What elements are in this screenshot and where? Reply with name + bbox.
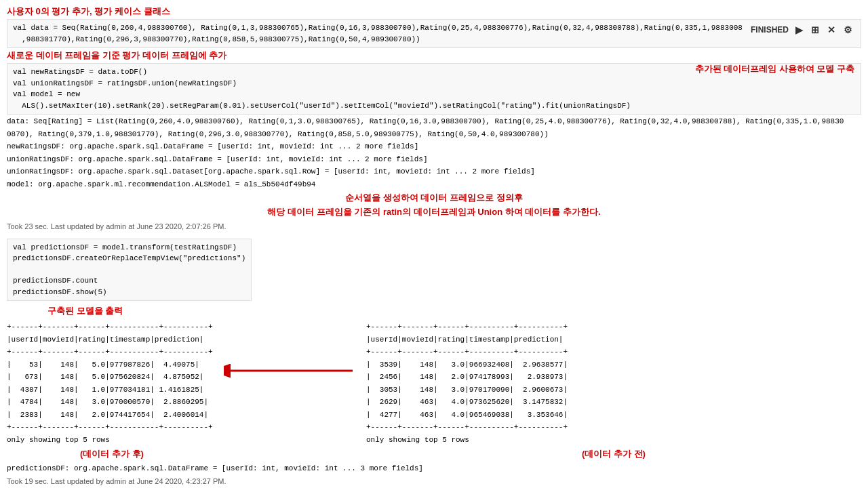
settings-icon[interactable]: ⚙: [842, 24, 854, 36]
annotation-title5: 구축된 모델을 출력: [47, 305, 861, 317]
code-newratings: val newRatingsDF = data.toDF(): [13, 66, 589, 78]
code-union: val unionRatingsDF = ratingsDF.union(new…: [13, 78, 589, 89]
annotation-after-wrapper: (데이터 추가 후): [7, 448, 217, 460]
table-right-sep-mid: +------+-------+------+----------+------…: [366, 346, 861, 358]
output1-line3: newRatingsDF: org.apache.spark.sql.DataF…: [7, 141, 861, 152]
output1-line5: unionRatingsDF: org.apache.spark.sql.Dat…: [7, 166, 861, 178]
table-left: +------+-------+------+-----------+-----…: [7, 320, 217, 460]
pred-code1: val predictionsDF = model.transform(test…: [13, 242, 245, 253]
annotation-union: 순서열을 생성하여 데이터 프레임으로 정의후 해당 데이터 프레임을 기존의 …: [267, 191, 600, 220]
annotation-before: (데이터 추가 전): [366, 448, 861, 460]
table-left-sep-bot: +------+-------+------+-----------+-----…: [7, 422, 217, 433]
table-left-row2: | 673| 148| 5.0|975620824| 4.875052|: [7, 371, 217, 383]
table-right-row2: | 2456| 148| 2.0|974178993| 2.938973|: [366, 371, 861, 383]
finished-bar: FINISHED ▶ ⊞ ✕ ⚙: [751, 24, 854, 36]
output1-line2: 0870), Rating(0,379,1.0,988301770), Rati…: [7, 129, 861, 140]
pred-code-section: val predictionsDF = model.transform(test…: [7, 239, 252, 302]
pred-code5: predictionsDF.show(5): [13, 287, 245, 298]
table-right-row5: | 4277| 463| 4.0|965469038| 3.353646|: [366, 409, 861, 421]
finished-label: FINISHED: [751, 25, 789, 35]
output1-line4: unionRatingsDF: org.apache.spark.sql.Dat…: [7, 154, 861, 165]
arrow-left-icon: [224, 361, 359, 381]
table-left-row1: | 53| 148| 5.0|977987826| 4.49075|: [7, 359, 217, 371]
annotation-model-output: 구축된 모델을 출력: [47, 305, 861, 317]
grid-icon[interactable]: ⊞: [809, 24, 821, 36]
pred-code4: predictionsDF.count: [13, 275, 245, 287]
table-right: +------+-------+------+----------+------…: [366, 320, 861, 460]
code-line2: ,988301770),Rating(0,296,3,988300770),Ra…: [13, 34, 855, 45]
separator1: [7, 230, 861, 236]
annotation-title3-wrapper: 추가된 데이터프레임 사용하여 모델 구축: [695, 63, 854, 77]
timestamp1: Took 23 sec. Last updated by admin at Ju…: [7, 222, 861, 230]
table-left-sep-top: +------+-------+------+-----------+-----…: [7, 321, 217, 333]
pred-code2: predictionsDF.createOrReplaceTempView("p…: [13, 253, 245, 264]
table-right-row3: | 3053| 148| 3.0|970170090| 2.9600673|: [366, 384, 861, 396]
table-right-sep-top: +------+-------+------+----------+------…: [366, 321, 861, 333]
annotation-union-wrapper: 순서열을 생성하여 데이터 프레임으로 정의후 해당 데이터 프레임을 기존의 …: [7, 191, 861, 220]
page-container: 사용자 0의 평가 추가, 평가 케이스 클래스 FINISHED ▶ ⊞ ✕ …: [0, 0, 868, 488]
arrow-container: [217, 320, 366, 381]
annotation-before-wrapper: (데이터 추가 전): [366, 448, 861, 460]
output1-line1: data: Seq[Rating] = List(Rating(0,260,4.…: [7, 116, 861, 127]
table-left-sep-mid: +------+-------+------+-----------+-----…: [7, 346, 217, 358]
code-line1: val data = Seq(Rating(0,260,4,988300760)…: [13, 22, 855, 34]
code-section2-wrapper: val newRatingsDF = data.toDF() val union…: [7, 63, 861, 115]
annotation-title3: 추가된 데이터프레임 사용하여 모델 구축: [695, 63, 854, 75]
table-left-row5: | 2383| 148| 2.0|974417654| 2.4006014|: [7, 409, 217, 421]
output-pred-line: predictionsDF: org.apache.spark.sql.Data…: [7, 463, 861, 474]
play-icon[interactable]: ▶: [793, 24, 805, 36]
prediction-section: val predictionsDF = model.transform(test…: [7, 239, 861, 485]
table-right-header: |userId|movieId|rating|timestamp|predict…: [366, 334, 861, 346]
close-icon[interactable]: ✕: [825, 24, 837, 36]
annotation-after: (데이터 추가 후): [7, 448, 217, 460]
table-right-row4: | 2629| 463| 4.0|973625620| 3.1475832|: [366, 396, 861, 408]
tables-row: +------+-------+------+-----------+-----…: [7, 320, 861, 460]
timestamp2: Took 19 sec. Last updated by admin at Ju…: [7, 477, 861, 485]
table-left-header: |userId|movieId|rating|timestamp|predict…: [7, 334, 217, 346]
table-left-footer: only showing top 5 rows: [7, 434, 217, 446]
code-model2: ALS().setMaxIter(10).setRank(20).setRegP…: [13, 100, 589, 112]
pred-code3: [13, 264, 245, 276]
table-right-footer: only showing top 5 rows: [366, 434, 861, 446]
table-right-row1: | 3539| 148| 3.0|966932408| 2.9638577|: [366, 359, 861, 371]
table-left-row4: | 4784| 148| 3.0|970000570| 2.8860295|: [7, 396, 217, 408]
annotation-title2: 새로운 데이터 프레임을 기준 평가 데이터 프레임에 추가: [7, 49, 861, 62]
code-model1: val model = new: [13, 89, 589, 100]
annotation-title1: 사용자 0의 평가 추가, 평가 케이스 클래스: [7, 5, 861, 18]
output1-line6: model: org.apache.spark.ml.recommendatio…: [7, 179, 861, 190]
table-left-row3: | 4387| 148| 1.0|977034181| 1.4161825|: [7, 384, 217, 396]
top-code-section: FINISHED ▶ ⊞ ✕ ⚙ val data = Seq(Rating(0…: [7, 19, 861, 48]
table-right-sep-bot: +------+-------+------+----------+------…: [366, 422, 861, 433]
